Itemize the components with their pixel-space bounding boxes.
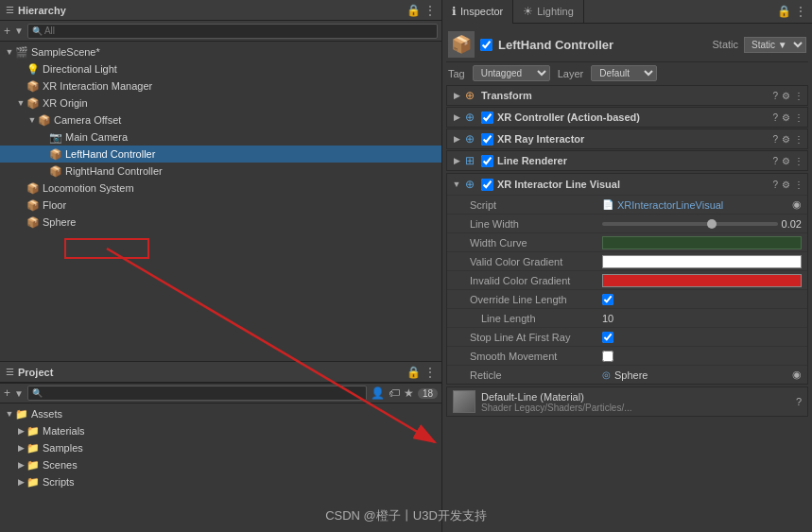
project-search-input[interactable] xyxy=(44,388,362,399)
settings-icon[interactable]: ⚙ xyxy=(782,91,790,101)
width-curve-field[interactable] xyxy=(602,236,802,249)
xr-line-visual-header[interactable]: ▼ ⊕ XR Interactor Line Visual ? ⚙ ⋮ xyxy=(447,174,807,195)
slider-thumb[interactable] xyxy=(707,219,717,229)
override-checkbox[interactable] xyxy=(602,294,613,305)
project-item-samples[interactable]: ▶ 📁 Samples xyxy=(0,439,441,456)
more-comp-icon[interactable]: ⋮ xyxy=(794,91,803,101)
settings-icon-lr[interactable]: ⚙ xyxy=(782,156,790,166)
tree-label: Materials xyxy=(43,425,85,437)
tree-label: XR Interaction Manager xyxy=(43,80,152,92)
settings-icon-xrv[interactable]: ⚙ xyxy=(782,180,790,190)
stop-line-row: Stop Line At First Ray xyxy=(447,327,807,346)
object-name: LeftHand Controller xyxy=(498,38,706,52)
override-line-row: Override Line Length xyxy=(447,289,807,308)
tree-arrow: ▶ xyxy=(15,443,26,453)
project-add-button[interactable]: + xyxy=(4,386,10,400)
help-icon-xr[interactable]: ? xyxy=(772,112,778,123)
select-icon[interactable]: ◉ xyxy=(792,198,802,211)
tab-inspector[interactable]: ℹ Inspector xyxy=(442,0,513,24)
tab-lighting[interactable]: ☀ Lighting xyxy=(513,0,584,24)
tree-item-xr-origin[interactable]: ▼ 📦 XR Origin xyxy=(0,94,441,112)
tree-item-sphere[interactable]: 📦 Sphere xyxy=(0,214,441,231)
more-comp-icon-xrv[interactable]: ⋮ xyxy=(794,180,803,190)
folder-icon: 📁 xyxy=(26,459,40,472)
hierarchy-menu-icon: ☰ xyxy=(6,5,14,15)
line-width-slider[interactable] xyxy=(602,222,778,226)
xr-visual-enable[interactable] xyxy=(481,179,493,191)
layer-dropdown[interactable]: Default xyxy=(591,65,657,81)
tabs-header: ℹ Inspector ☀ Lighting 🔒 ⋮ xyxy=(442,0,812,24)
project-item-materials[interactable]: ▶ 📁 Materials xyxy=(0,422,441,439)
lock-icon-inspector[interactable]: 🔒 xyxy=(777,5,791,18)
tag-dropdown[interactable]: Untagged xyxy=(473,65,550,81)
search-box[interactable]: 🔍 xyxy=(27,24,438,39)
material-help-icon[interactable]: ? xyxy=(796,396,802,407)
tree-arrow: ▶ xyxy=(15,426,26,436)
xr-controller-enable[interactable] xyxy=(481,112,493,124)
active-checkbox[interactable] xyxy=(480,39,492,51)
tree-label: XR Origin xyxy=(43,97,88,109)
smooth-checkbox[interactable] xyxy=(602,351,613,362)
more-comp-icon-xr[interactable]: ⋮ xyxy=(794,112,803,123)
tag-row: Tag Untagged Layer Default xyxy=(446,62,808,84)
help-icon-ray[interactable]: ? xyxy=(772,134,778,145)
sphere-small-icon: ◎ xyxy=(602,369,611,380)
filter-icon[interactable]: ★ xyxy=(404,386,414,400)
static-dropdown[interactable]: Static ▼ xyxy=(744,37,806,53)
component-line-renderer[interactable]: ▶ ⊞ Line Renderer ? ⚙ ⋮ xyxy=(446,150,808,171)
select-reticle-icon[interactable]: ◉ xyxy=(792,369,802,381)
lock-icon[interactable]: 🔒 xyxy=(406,4,421,17)
controller-icon: 📦 xyxy=(49,148,62,161)
tree-item-main-camera[interactable]: 📷 Main Camera xyxy=(0,129,441,146)
invalid-color-label: Invalid Color Gradient xyxy=(470,275,602,286)
search-icon: 🔍 xyxy=(32,26,43,36)
collapse-arrow: ▶ xyxy=(451,112,462,122)
tag-icon[interactable]: 🏷 xyxy=(389,386,400,400)
help-icon-xrv[interactable]: ? xyxy=(772,180,778,190)
obj-icon: 📦 xyxy=(49,165,62,178)
tree-item-directional-light[interactable]: 💡 Directional Light xyxy=(0,60,441,77)
more-icon[interactable]: ⋮ xyxy=(424,4,436,17)
add-button[interactable]: + xyxy=(4,25,10,38)
hierarchy-title: Hierarchy xyxy=(18,5,406,16)
more-comp-icon-lr[interactable]: ⋮ xyxy=(794,156,803,166)
valid-gradient-field[interactable] xyxy=(602,255,802,268)
reticle-row: Reticle ◎ Sphere ◉ xyxy=(447,365,807,384)
search-input[interactable] xyxy=(44,26,433,36)
lock-icon-project[interactable]: 🔒 xyxy=(406,366,421,379)
tree-item-lefthand[interactable]: 📦 LeftHand Controller xyxy=(0,146,441,163)
tree-item-camera-offset[interactable]: ▼ 📦 Camera Offset xyxy=(0,112,441,129)
xr-ray-enable[interactable] xyxy=(481,133,493,146)
tree-label: RightHand Controller xyxy=(65,165,163,177)
component-xr-ray[interactable]: ▶ ⊕ XR Ray Interactor ? ⚙ ⋮ xyxy=(446,129,808,149)
project-search-box[interactable]: 🔍 xyxy=(27,386,367,401)
tree-item-righthand[interactable]: 📦 RightHand Controller xyxy=(0,163,441,180)
tree-item-xr-interaction[interactable]: 📦 XR Interaction Manager xyxy=(0,77,441,94)
tree-item-floor[interactable]: 📦 Floor xyxy=(0,197,441,214)
reticle-object-name[interactable]: Sphere xyxy=(614,369,648,381)
component-transform[interactable]: ▶ ⊕ Transform ? ⚙ ⋮ xyxy=(446,85,808,106)
more-icon-inspector[interactable]: ⋮ xyxy=(795,5,806,18)
more-comp-icon-ray[interactable]: ⋮ xyxy=(794,134,803,145)
project-item-scripts[interactable]: ▶ 📁 Scripts xyxy=(0,473,441,490)
stop-line-checkbox[interactable] xyxy=(602,332,613,343)
project-item-scenes[interactable]: ▶ 📁 Scenes xyxy=(0,456,441,473)
xr-visual-icon: ⊕ xyxy=(462,177,477,192)
settings-icon-xr[interactable]: ⚙ xyxy=(782,112,790,123)
help-icon[interactable]: ? xyxy=(772,91,778,101)
invalid-gradient-field[interactable] xyxy=(602,274,802,287)
tree-item-locomotion[interactable]: 📦 Locomotion System xyxy=(0,180,441,197)
settings-icon-ray[interactable]: ⚙ xyxy=(782,134,790,145)
person-icon[interactable]: 👤 xyxy=(371,386,385,400)
script-name[interactable]: XRInteractorLineVisual xyxy=(617,199,723,211)
project-item-assets[interactable]: ▼ 📁 Assets xyxy=(0,405,441,422)
component-xr-controller[interactable]: ▶ ⊕ XR Controller (Action-based) ? ⚙ ⋮ xyxy=(446,107,808,128)
obj-icon: 📦 xyxy=(38,114,51,127)
help-icon-lr[interactable]: ? xyxy=(772,156,778,166)
more-icon-project[interactable]: ⋮ xyxy=(424,366,436,379)
material-row[interactable]: Default-Line (Material) Shader Legacy/Sh… xyxy=(446,386,808,417)
collapse-arrow: ▶ xyxy=(451,91,462,100)
line-renderer-enable[interactable] xyxy=(481,155,493,167)
tree-item-sample-scene[interactable]: ▼ 🎬 SampleScene* xyxy=(0,43,441,60)
tree-arrow: ▼ xyxy=(4,409,15,419)
